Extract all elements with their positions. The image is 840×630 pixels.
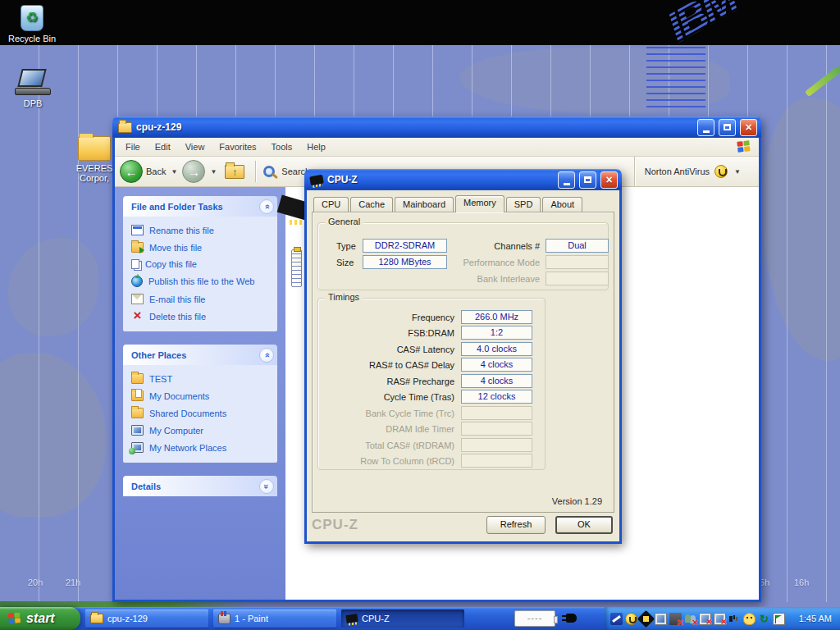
refresh-button[interactable]: Refresh (486, 516, 546, 534)
menu-view[interactable]: View (178, 139, 212, 154)
wallpaper-green-edge (0, 601, 246, 607)
volume-icon[interactable] (728, 613, 741, 625)
expand-chevron-icon[interactable]: » (259, 479, 274, 494)
taskbar-clock[interactable]: 1:45 AM (799, 614, 832, 623)
taskbar-task-paint[interactable]: 1 - Paint (213, 609, 336, 628)
explorer-menubar: File Edit View Favorites Tools Help (115, 138, 759, 157)
agent-ghost-icon[interactable] (743, 613, 756, 625)
task-copy-file[interactable]: Copy this file (131, 259, 271, 269)
desktop-icon-recycle-bin[interactable]: Recycle Bin (5, 5, 59, 43)
ok-button[interactable]: OK (555, 516, 613, 534)
cpu-chip-icon (345, 614, 358, 623)
mail-diamond-icon[interactable] (637, 609, 655, 627)
fsb-dram-label: FSB:DRAM (320, 328, 454, 338)
taskbar-task-cpuz[interactable]: CPU-Z (341, 609, 464, 628)
menu-tools[interactable]: Tools (264, 139, 300, 154)
cas-latency-label: CAS# Latency (320, 345, 454, 354)
groupbox-legend: Timings (325, 292, 363, 302)
move-icon (131, 242, 144, 253)
minimize-button[interactable] (697, 119, 714, 136)
panel-title: Other Places (131, 350, 259, 360)
ras-precharge-value: 4 clocks (461, 374, 532, 388)
windows-logo-icon (736, 139, 751, 154)
place-label: Shared Documents (149, 409, 226, 418)
maximize-button[interactable] (719, 119, 736, 136)
task-publish-file[interactable]: Publish this file to the Web (131, 276, 271, 287)
minimize-button[interactable] (558, 171, 575, 189)
tab-cpu[interactable]: CPU (313, 197, 349, 212)
audio-mixer-muted-icon[interactable] (669, 613, 682, 625)
back-dropdown-arrow[interactable]: ▼ (171, 168, 177, 176)
scheduler-flag-icon[interactable] (773, 613, 785, 625)
place-shared-documents[interactable]: Shared Documents (131, 408, 271, 418)
forward-dropdown-arrow[interactable]: ▼ (210, 168, 217, 176)
place-label: My Documents (149, 391, 209, 401)
users-offline-icon[interactable] (684, 613, 696, 625)
place-my-documents[interactable]: My Documents (131, 390, 271, 401)
file-tasks-panel-header[interactable]: File and Folder Tasks » (123, 196, 277, 217)
place-my-network[interactable]: My Network Places (131, 442, 271, 453)
tab-memory[interactable]: Memory (455, 195, 504, 212)
remote-audio-muted-icon[interactable] (714, 613, 726, 625)
details-panel: Details » (123, 476, 277, 496)
norton-antivirus-icon[interactable] (625, 613, 637, 625)
tab-cache[interactable]: Cache (350, 197, 393, 212)
email-icon (131, 294, 144, 304)
close-button[interactable]: × (600, 171, 618, 189)
battery-meter[interactable]: ---- (514, 610, 555, 627)
maximize-button[interactable] (579, 171, 596, 189)
collapse-chevron-icon[interactable]: » (259, 348, 274, 363)
task-email-file[interactable]: E-mail this file (131, 294, 271, 304)
cpuz-titlebar[interactable]: CPU-Z × (304, 169, 622, 190)
updates-icon[interactable] (758, 613, 770, 625)
fsb-dram-value: 1:2 (461, 326, 532, 340)
close-button[interactable]: × (740, 119, 757, 136)
tab-mainboard[interactable]: Mainboard (395, 197, 454, 212)
place-test[interactable]: TEST (131, 373, 271, 384)
tab-about[interactable]: About (542, 197, 582, 212)
task-label: Copy this file (145, 259, 197, 269)
cpuz-bottom-bar: CPU-Z Refresh OK (312, 511, 614, 539)
task-delete-file[interactable]: Delete this file (131, 311, 271, 322)
performance-mode-value (546, 255, 609, 269)
menu-help[interactable]: Help (299, 139, 333, 154)
desktop-icon-label: Recycle Bin (5, 34, 59, 43)
place-label: TEST (149, 374, 172, 384)
up-directory-button[interactable] (225, 165, 244, 179)
taskbar-task-explorer[interactable]: cpu-z-129 (85, 609, 208, 628)
norton-antivirus-toolbar[interactable]: Norton AntiVirus ▼ (634, 157, 754, 186)
computer-disconnected-icon[interactable] (699, 613, 711, 625)
details-panel-header[interactable]: Details » (123, 476, 277, 496)
my-network-places-icon (131, 442, 144, 453)
size-label: Size (336, 258, 354, 267)
bank-cycle-time-label: Bank Cycle Time (Trc) (320, 409, 454, 418)
menu-favorites[interactable]: Favorites (212, 139, 263, 154)
task-move-file[interactable]: Move this file (131, 242, 271, 253)
channels-value: Dual (546, 239, 609, 253)
forward-button[interactable]: → (182, 160, 205, 183)
collapse-chevron-icon[interactable]: » (259, 199, 274, 214)
place-label: My Computer (149, 426, 203, 436)
explorer-titlebar[interactable]: cpu-z-129 × (112, 116, 761, 138)
place-my-computer[interactable]: My Computer (131, 425, 271, 436)
dram-idle-timer-value (461, 422, 532, 436)
task-rename-file[interactable]: Rename this file (131, 225, 271, 235)
wallpaper-stripes (646, 47, 705, 107)
start-button[interactable]: start (0, 607, 80, 630)
timezone-label: 16h (794, 578, 809, 587)
firewall-icon[interactable] (610, 613, 623, 625)
back-button[interactable]: ← (120, 160, 143, 183)
menu-file[interactable]: File (118, 139, 148, 154)
norton-label: Norton AntiVirus (645, 167, 710, 176)
power-plug-icon (566, 614, 577, 623)
ini-file-icon[interactable] (291, 249, 302, 287)
network-computer-icon[interactable] (655, 613, 667, 625)
taskbar: start cpu-z-129 1 - Paint CPU-Z ---- 1:4… (0, 607, 840, 630)
cas-latency-value: 4.0 clocks (461, 342, 532, 356)
norton-dropdown-arrow[interactable]: ▼ (734, 168, 741, 176)
other-places-panel-header[interactable]: Other Places » (123, 345, 277, 365)
menu-edit[interactable]: Edit (148, 139, 178, 154)
row-to-column-value (461, 454, 532, 468)
desktop-icon-dpb[interactable]: DPB (10, 69, 56, 108)
tab-spd[interactable]: SPD (506, 197, 541, 212)
